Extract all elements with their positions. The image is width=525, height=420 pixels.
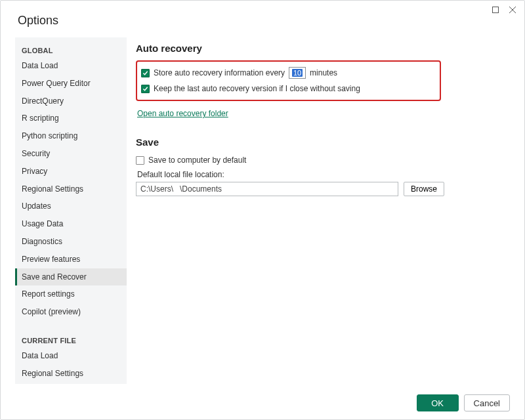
- window-title: Options: [18, 14, 58, 28]
- sidebar-header-current: CURRENT FILE: [15, 330, 127, 347]
- save-to-computer-label: Save to computer by default: [148, 156, 246, 165]
- open-autorecovery-folder-link[interactable]: Open auto recovery folder: [137, 109, 228, 118]
- store-autorecovery-label-post: minutes: [310, 68, 337, 77]
- auto-recovery-highlight: Store auto recovery information every 10…: [136, 60, 441, 101]
- keep-last-version-checkbox[interactable]: [141, 85, 150, 93]
- save-heading: Save: [136, 136, 507, 148]
- sidebar-item[interactable]: Save and Recover: [15, 268, 127, 286]
- cancel-button[interactable]: Cancel: [464, 394, 510, 411]
- sidebar-item[interactable]: Preview features: [15, 251, 127, 268]
- sidebar-item[interactable]: Regional Settings: [15, 365, 127, 383]
- sidebar-item[interactable]: Usage Data: [15, 215, 127, 233]
- sidebar-item[interactable]: Power Query Editor: [15, 75, 127, 93]
- store-autorecovery-checkbox[interactable]: [141, 69, 150, 77]
- sidebar: GLOBAL Data LoadPower Query EditorDirect…: [15, 37, 127, 384]
- default-path-label: Default local file location:: [137, 170, 507, 179]
- sidebar-item[interactable]: Data Load: [15, 347, 127, 365]
- sidebar-item[interactable]: Diagnostics: [15, 233, 127, 251]
- sidebar-item[interactable]: DirectQuery: [15, 93, 127, 110]
- sidebar-header-global: GLOBAL: [15, 40, 127, 57]
- sidebar-item[interactable]: Python scripting: [15, 127, 127, 145]
- default-path-input[interactable]: [136, 182, 398, 196]
- sidebar-item[interactable]: Report settings: [15, 285, 127, 303]
- sidebar-item[interactable]: Copilot (preview): [15, 303, 127, 321]
- auto-recovery-heading: Auto recovery: [136, 43, 507, 54]
- autorecovery-minutes-input[interactable]: 10: [289, 67, 306, 79]
- save-to-computer-checkbox[interactable]: [136, 156, 144, 165]
- sidebar-item[interactable]: Updates: [15, 198, 127, 215]
- sidebar-item[interactable]: Security: [15, 145, 127, 163]
- svg-rect-0: [493, 7, 499, 13]
- sidebar-item[interactable]: Data Load: [15, 57, 127, 75]
- store-autorecovery-label-pre: Store auto recovery information every: [154, 68, 285, 77]
- keep-last-version-label: Keep the last auto recovery version if I…: [154, 84, 360, 93]
- title-bar: Options: [1, 1, 524, 32]
- sidebar-item[interactable]: Privacy: [15, 163, 127, 180]
- dialog-footer: OK Cancel: [1, 387, 524, 419]
- sidebar-item[interactable]: R scripting: [15, 110, 127, 127]
- sidebar-item[interactable]: Privacy: [15, 383, 127, 384]
- main-panel: Auto recovery Store auto recovery inform…: [127, 37, 510, 384]
- sidebar-item[interactable]: Regional Settings: [15, 180, 127, 198]
- maximize-icon[interactable]: [490, 5, 501, 15]
- browse-button[interactable]: Browse: [404, 182, 444, 196]
- ok-button[interactable]: OK: [417, 394, 459, 411]
- close-icon[interactable]: [507, 5, 518, 15]
